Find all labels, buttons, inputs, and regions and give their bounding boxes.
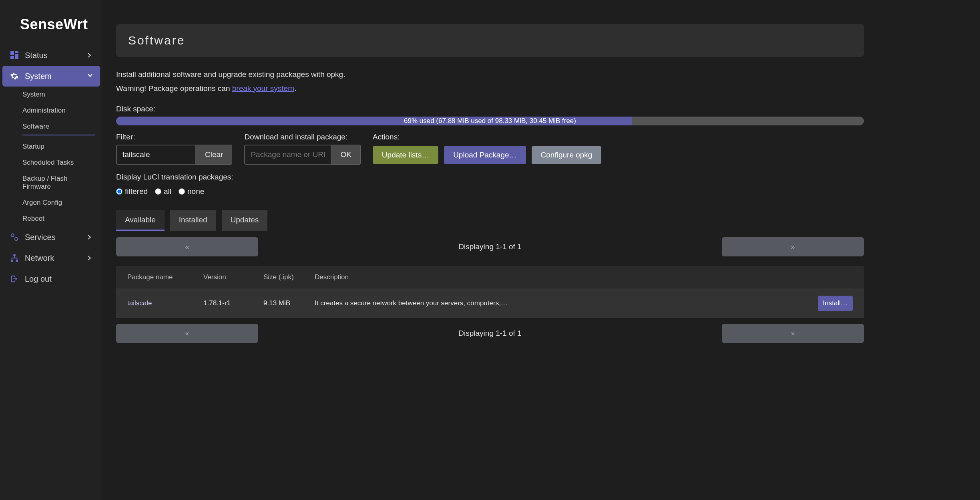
package-url-input[interactable]: [244, 145, 331, 165]
th-package-name: Package name: [127, 273, 203, 281]
subnav-scheduled-tasks[interactable]: Scheduled Tasks: [0, 155, 102, 171]
pager-status: Displaying 1-1 of 1: [258, 237, 722, 256]
filter-label: Filter:: [116, 133, 232, 141]
logout-icon: [10, 274, 19, 284]
svg-rect-8: [16, 260, 18, 262]
svg-rect-7: [11, 260, 13, 262]
gear-icon: [10, 71, 19, 81]
translation-label: Display LuCI translation packages:: [116, 173, 864, 181]
chevron-right-icon: [87, 255, 93, 261]
svg-point-4: [11, 234, 14, 237]
radio-filtered-input[interactable]: [116, 188, 122, 195]
break-system-link[interactable]: break your system: [232, 84, 294, 93]
dashboard-icon: [10, 50, 19, 60]
disk-space-label: Disk space:: [116, 105, 864, 113]
intro-line-1: Install additional software and upgrade …: [116, 69, 864, 81]
radio-all-label: all: [164, 187, 171, 196]
ok-button[interactable]: OK: [331, 145, 360, 165]
package-name-link[interactable]: tailscale: [127, 299, 203, 307]
chevron-down-icon: [87, 73, 93, 79]
update-lists-button[interactable]: Update lists…: [373, 146, 438, 164]
subnav-reboot[interactable]: Reboot: [0, 211, 102, 227]
chevron-right-icon: [87, 234, 93, 240]
install-button[interactable]: Install…: [818, 296, 853, 311]
subnav-backup-flash[interactable]: Backup / Flash Firmware: [0, 171, 102, 195]
radio-filtered-label: filtered: [125, 187, 148, 196]
package-table: Package name Version Size (.ipk) Descrip…: [116, 266, 864, 318]
svg-rect-2: [15, 54, 18, 59]
sidebar-item-services[interactable]: Services: [2, 227, 100, 248]
svg-rect-6: [13, 254, 16, 256]
intro-line-2: Warning! Package operations can break yo…: [116, 83, 864, 95]
download-column: Download and install package: OK: [244, 133, 360, 165]
package-version: 1.78.1-r1: [203, 299, 263, 307]
upload-package-button[interactable]: Upload Package…: [444, 146, 526, 164]
tabs: Available Installed Updates: [116, 210, 864, 231]
pager-status: Displaying 1-1 of 1: [258, 324, 722, 343]
page-header: Software: [116, 24, 864, 57]
radio-all[interactable]: all: [155, 187, 171, 196]
system-submenu: System Administration Software Startup S…: [0, 87, 102, 227]
sidebar-item-system[interactable]: System: [2, 66, 100, 87]
subnav-system[interactable]: System: [0, 87, 102, 103]
svg-rect-0: [10, 51, 14, 55]
disk-space-bar: 69% used (67.88 MiB used of 98.33 MiB, 3…: [116, 117, 864, 125]
pager-top: « Displaying 1-1 of 1 »: [116, 237, 864, 256]
download-label: Download and install package:: [244, 133, 360, 141]
svg-rect-3: [10, 56, 14, 59]
clear-button[interactable]: Clear: [196, 145, 232, 165]
pager-next-button[interactable]: »: [722, 237, 864, 256]
pager-bottom: « Displaying 1-1 of 1 »: [116, 324, 864, 343]
page-title: Software: [128, 34, 852, 47]
intro-warning-prefix: Warning! Package operations can: [116, 84, 232, 93]
configure-opkg-button[interactable]: Configure opkg: [532, 146, 602, 164]
table-header: Package name Version Size (.ipk) Descrip…: [116, 266, 864, 288]
actions-label: Actions:: [373, 133, 602, 141]
pager-prev-button[interactable]: «: [116, 237, 258, 256]
subnav-administration[interactable]: Administration: [0, 103, 102, 119]
intro-warning-suffix: .: [294, 84, 296, 93]
sidebar-item-label: System: [25, 72, 52, 81]
svg-point-5: [15, 238, 18, 240]
th-description: Description: [315, 273, 809, 281]
tab-available[interactable]: Available: [116, 210, 165, 231]
tab-installed[interactable]: Installed: [170, 210, 216, 231]
subnav-startup[interactable]: Startup: [0, 139, 102, 155]
sidebar-item-label: Services: [25, 233, 56, 242]
disk-space-section: Disk space: 69% used (67.88 MiB used of …: [116, 105, 864, 125]
services-icon: [10, 232, 19, 242]
package-description: It creates a secure network between your…: [315, 299, 809, 307]
sidebar-item-status[interactable]: Status: [2, 45, 100, 66]
radio-none[interactable]: none: [179, 187, 204, 196]
main-content: Software Install additional software and…: [102, 0, 980, 500]
svg-rect-1: [15, 51, 18, 53]
table-row: tailscale 1.78.1-r1 9.13 MiB It creates …: [116, 288, 864, 318]
package-size: 9.13 MiB: [263, 299, 315, 307]
network-icon: [10, 253, 19, 263]
tab-updates[interactable]: Updates: [222, 210, 268, 231]
radio-filtered[interactable]: filtered: [116, 187, 148, 196]
filter-column: Filter: Clear: [116, 133, 232, 165]
th-size: Size (.ipk): [263, 273, 315, 281]
subnav-software[interactable]: Software: [22, 119, 95, 135]
sidebar-item-label: Log out: [25, 274, 52, 284]
radio-none-label: none: [187, 187, 204, 196]
sidebar-item-label: Status: [25, 51, 48, 60]
subnav-argon-config[interactable]: Argon Config: [0, 195, 102, 211]
radio-none-input[interactable]: [179, 188, 185, 195]
disk-space-text: 69% used (67.88 MiB used of 98.33 MiB, 3…: [116, 117, 864, 125]
sidebar: SenseWrt Status System System Administra…: [0, 0, 102, 500]
brand-logo: SenseWrt: [0, 8, 102, 45]
filter-input[interactable]: [116, 145, 196, 165]
sidebar-item-label: Network: [25, 254, 54, 263]
controls-row: Filter: Clear Download and install packa…: [116, 133, 864, 165]
actions-column: Actions: Update lists… Upload Package… C…: [373, 133, 602, 165]
radio-all-input[interactable]: [155, 188, 161, 195]
th-version: Version: [203, 273, 263, 281]
sidebar-item-network[interactable]: Network: [2, 248, 100, 268]
translation-section: Display LuCI translation packages: filte…: [116, 173, 864, 196]
pager-prev-button[interactable]: «: [116, 324, 258, 343]
chevron-right-icon: [87, 52, 93, 58]
pager-next-button[interactable]: »: [722, 324, 864, 343]
sidebar-item-logout[interactable]: Log out: [2, 268, 100, 289]
